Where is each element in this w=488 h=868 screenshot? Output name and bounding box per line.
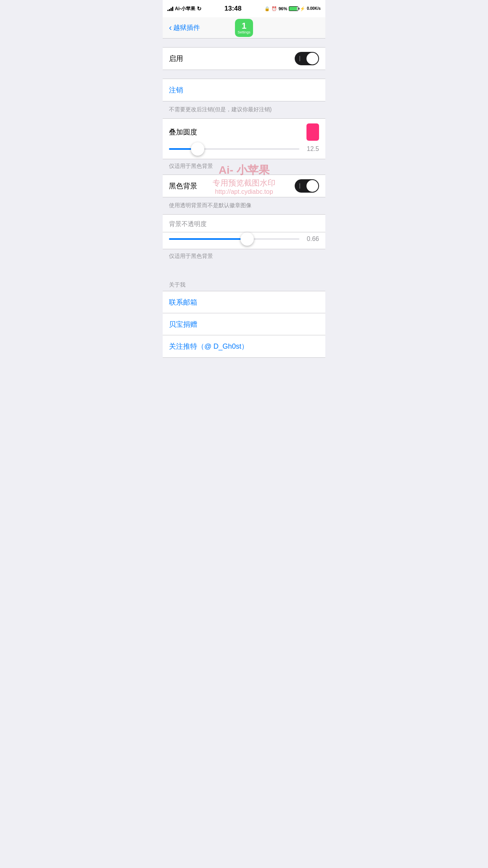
black-bg-label: 黑色背景 — [169, 181, 197, 191]
back-button[interactable]: ‹ 越狱插件 — [169, 23, 200, 32]
enable-label: 启用 — [169, 54, 183, 63]
bg-opacity-thumb[interactable] — [240, 232, 254, 246]
corner-radius-label-row: 叠加圆度 — [163, 119, 325, 142]
logout-hint: 不需要更改后注销(但是，建议你最好注销) — [169, 106, 272, 112]
back-label: 越狱插件 — [173, 23, 200, 32]
bg-opacity-label-row: 背景不透明度 — [163, 215, 325, 232]
donate-row[interactable]: 贝宝捐赠 — [163, 313, 325, 335]
twitter-row[interactable]: 关注推特（@ D_Gh0st） — [163, 335, 325, 357]
lock-icon: 🔒 — [264, 6, 270, 11]
logout-label[interactable]: 注销 — [169, 85, 183, 95]
corner-radius-label: 叠加圆度 — [169, 127, 197, 137]
about-header-text: 关于我 — [169, 281, 185, 288]
status-bar: Ai-小苹果 ↻ 13:48 🔒 ⏰ 96% ⚡ 0.00K/s — [163, 0, 325, 17]
status-time: 13:48 — [224, 5, 241, 13]
settings-badge: 1 Settings — [235, 19, 253, 37]
contact-email-label[interactable]: 联系邮箱 — [169, 298, 197, 307]
badge-sub: Settings — [238, 31, 251, 34]
contact-email-row[interactable]: 联系邮箱 — [163, 291, 325, 313]
section-gap-1 — [163, 39, 325, 47]
logout-hint-section: 不需要更改后注销(但是，建议你最好注销) — [163, 101, 325, 118]
black-bg-toggle-line — [299, 183, 300, 189]
status-left: Ai-小苹果 ↻ — [167, 6, 202, 12]
corner-radius-thumb[interactable] — [191, 142, 204, 156]
logout-row[interactable]: 注销 — [163, 79, 325, 101]
black-bg-only-hint-1: 仅适用于黑色背景 — [163, 159, 325, 175]
bg-opacity-label: 背景不透明度 — [169, 220, 207, 228]
toggle-line — [299, 56, 300, 61]
black-bg-row: 黑色背景 — [163, 175, 325, 197]
black-bg-only-text-2: 仅适用于黑色背景 — [169, 253, 213, 259]
bg-opacity-value: 0.66 — [303, 235, 319, 243]
corner-radius-preview — [306, 123, 319, 141]
bg-opacity-fill — [169, 238, 247, 240]
signal-icon — [167, 6, 173, 11]
section-gap-2 — [163, 70, 325, 79]
battery-fill — [289, 7, 297, 11]
bg-opacity-slider-row: 0.66 — [163, 232, 325, 249]
corner-radius-track[interactable] — [169, 148, 299, 150]
carrier-label: Ai-小苹果 — [175, 6, 195, 12]
corner-radius-value: 12.5 — [303, 145, 319, 153]
status-right: 🔒 ⏰ 96% ⚡ 0.00K/s — [264, 6, 321, 11]
transparent-bg-hint-section: 使用透明背景而不是默认徽章图像 — [163, 197, 325, 214]
donate-label[interactable]: 贝宝捐赠 — [169, 320, 197, 329]
black-bg-only-text-1: 仅适用于黑色背景 — [169, 163, 213, 169]
about-section-header: 关于我 — [163, 273, 325, 291]
chevron-left-icon: ‹ — [169, 24, 172, 32]
section-gap-3 — [163, 265, 325, 273]
black-bg-toggle[interactable] — [295, 179, 319, 193]
network-speed: 0.00K/s — [307, 6, 321, 11]
toggle-knob — [306, 53, 318, 64]
black-bg-toggle-knob — [306, 180, 318, 192]
twitter-label[interactable]: 关注推特（@ D_Gh0st） — [169, 342, 248, 351]
black-bg-only-hint-2: 仅适用于黑色背景 — [163, 249, 325, 265]
nav-bar: ‹ 越狱插件 1 Settings — [163, 17, 325, 39]
activity-icon: ↻ — [197, 6, 202, 12]
nav-title: 1 Settings — [235, 19, 253, 37]
corner-radius-slider-row: 12.5 — [163, 142, 325, 159]
black-bg-group: 黑色背景 — [163, 175, 325, 197]
badge-number: 1 — [242, 22, 246, 30]
alarm-icon: ⏰ — [272, 6, 277, 11]
enable-row: 启用 — [163, 48, 325, 70]
bg-opacity-track[interactable] — [169, 238, 299, 240]
bg-opacity-section: 0.66 — [163, 232, 325, 249]
bolt-icon: ⚡ — [300, 6, 305, 11]
bg-opacity-label-group: 背景不透明度 — [163, 214, 325, 232]
battery-bar — [289, 6, 298, 11]
enable-toggle[interactable] — [295, 52, 319, 65]
corner-radius-section: 叠加圆度 12.5 — [163, 118, 325, 159]
logout-group: 注销 — [163, 79, 325, 101]
battery-percent: 96% — [279, 6, 287, 11]
about-group: 联系邮箱 贝宝捐赠 关注推特（@ D_Gh0st） — [163, 291, 325, 358]
transparent-bg-hint: 使用透明背景而不是默认徽章图像 — [169, 202, 251, 208]
enable-group: 启用 — [163, 47, 325, 70]
